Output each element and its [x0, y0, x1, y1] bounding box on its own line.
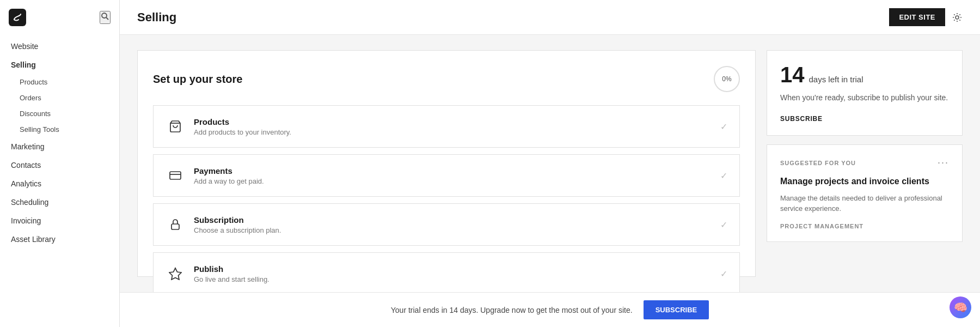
- sidebar-item-orders[interactable]: Orders: [0, 90, 119, 106]
- sidebar-item-discounts[interactable]: Discounts: [0, 106, 119, 122]
- bottom-bar: Your trial ends in 14 days. Upgrade now …: [120, 292, 980, 327]
- step-info-payments: Payments Add a way to get paid.: [194, 166, 264, 185]
- payment-icon: [166, 166, 185, 185]
- sidebar-top: [0, 9, 119, 37]
- sidebar-item-asset-library[interactable]: Asset Library: [0, 230, 119, 249]
- check-icon-products: ✓: [720, 122, 727, 132]
- sidebar-item-scheduling[interactable]: Scheduling: [0, 193, 119, 211]
- sidebar-item-selling-tools[interactable]: Selling Tools: [0, 122, 119, 137]
- progress-circle: 0%: [714, 66, 740, 92]
- step-left-products: Products Add products to your inventory.: [166, 117, 291, 136]
- setup-title: Set up your store: [153, 73, 242, 86]
- suggested-description: Manage the details needed to deliver a p…: [780, 193, 949, 214]
- settings-button[interactable]: [952, 12, 963, 23]
- publish-icon: [166, 264, 185, 283]
- check-icon-publish: ✓: [720, 269, 727, 279]
- suggested-tag: PROJECT MANAGEMENT: [780, 223, 949, 229]
- main-content: Selling EDIT SITE Set up your store 0%: [120, 0, 980, 327]
- sidebar-item-contacts[interactable]: Contacts: [0, 156, 119, 174]
- sidebar: Website Selling Products Orders Discount…: [0, 0, 120, 327]
- sidebar-item-analytics[interactable]: Analytics: [0, 174, 119, 193]
- setup-step-publish[interactable]: Publish Go live and start selling. ✓: [153, 252, 740, 292]
- right-panel: 14 days left in trial When you're ready,…: [767, 50, 963, 277]
- top-bar-actions: EDIT SITE: [889, 8, 963, 26]
- step-info-publish: Publish Go live and start selling.: [194, 264, 270, 283]
- svg-marker-7: [169, 268, 181, 280]
- step-left-subscription: Subscription Choose a subscription plan.: [166, 215, 281, 234]
- suggested-header: SUGGESTED FOR YOU ···: [780, 157, 949, 168]
- sidebar-item-products[interactable]: Products: [0, 74, 119, 90]
- step-info-subscription: Subscription Choose a subscription plan.: [194, 215, 281, 234]
- setup-header: Set up your store 0%: [153, 66, 740, 92]
- setup-step-subscription[interactable]: Subscription Choose a subscription plan.…: [153, 203, 740, 246]
- ai-assistant-button[interactable]: 🧠: [950, 296, 971, 318]
- top-bar: Selling EDIT SITE: [120, 0, 980, 35]
- suggested-card: SUGGESTED FOR YOU ··· Manage projects an…: [767, 144, 963, 242]
- cart-icon: [166, 117, 185, 136]
- suggested-title: Manage projects and invoice clients: [780, 176, 949, 187]
- step-left-payments: Payments Add a way to get paid.: [166, 166, 264, 185]
- content-area: Set up your store 0%: [120, 35, 980, 292]
- sidebar-item-invoicing[interactable]: Invoicing: [0, 211, 119, 230]
- setup-step-products[interactable]: Products Add products to your inventory.…: [153, 105, 740, 148]
- trial-card: 14 days left in trial When you're ready,…: [767, 50, 963, 136]
- svg-rect-6: [171, 224, 179, 229]
- more-options-button[interactable]: ···: [938, 157, 949, 168]
- svg-line-1: [106, 17, 108, 20]
- trial-message: Your trial ends in 14 days. Upgrade now …: [391, 306, 633, 314]
- suggested-for-you-label: SUGGESTED FOR YOU: [780, 160, 856, 166]
- edit-site-button[interactable]: EDIT SITE: [889, 8, 945, 26]
- check-icon-payments: ✓: [720, 171, 727, 181]
- page-title: Selling: [137, 10, 176, 25]
- lock-icon: [166, 215, 185, 234]
- svg-point-0: [102, 13, 107, 18]
- sidebar-nav: Website Selling Products Orders Discount…: [0, 37, 119, 318]
- trial-days: 14 days left in trial: [780, 64, 949, 86]
- sidebar-item-website[interactable]: Website: [0, 37, 119, 56]
- logo-icon: [9, 9, 26, 26]
- search-button[interactable]: [100, 11, 111, 24]
- setup-card: Set up your store 0%: [137, 50, 756, 277]
- subscribe-link-button[interactable]: SUBSCRIBE: [780, 115, 823, 123]
- sidebar-item-selling[interactable]: Selling: [0, 56, 119, 74]
- subscribe-cta-button[interactable]: SUBSCRIBE: [644, 300, 709, 319]
- step-info-products: Products Add products to your inventory.: [194, 117, 291, 136]
- setup-step-payments[interactable]: Payments Add a way to get paid. ✓: [153, 154, 740, 197]
- svg-point-2: [955, 16, 959, 19]
- check-icon-subscription: ✓: [720, 220, 727, 230]
- step-left-publish: Publish Go live and start selling.: [166, 264, 270, 283]
- sidebar-item-marketing[interactable]: Marketing: [0, 137, 119, 156]
- trial-description: When you're ready, subscribe to publish …: [780, 92, 949, 104]
- svg-rect-4: [170, 172, 181, 179]
